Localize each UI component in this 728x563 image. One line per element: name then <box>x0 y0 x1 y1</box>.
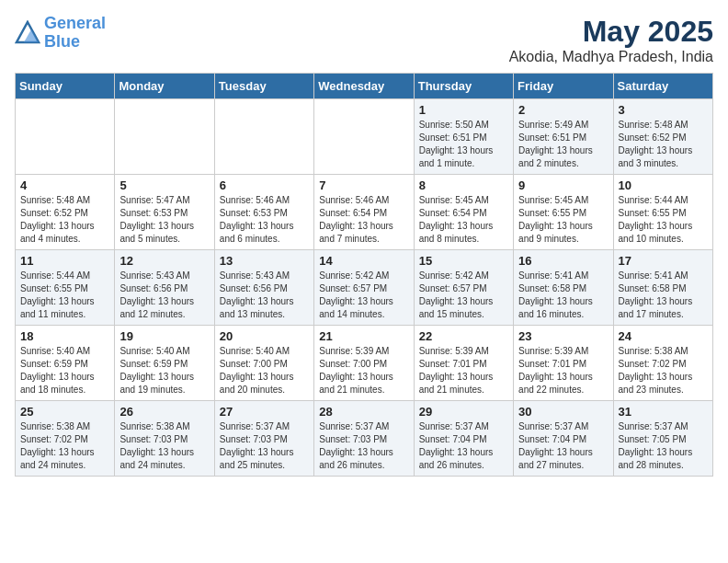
title-block: May 2025 Akodia, Madhya Pradesh, India <box>509 15 713 65</box>
calendar-week-row: 18Sunrise: 5:40 AM Sunset: 6:59 PM Dayli… <box>16 326 713 401</box>
weekday-header: Thursday <box>414 74 513 99</box>
calendar-week-row: 4Sunrise: 5:48 AM Sunset: 6:52 PM Daylig… <box>16 175 713 250</box>
calendar-table: SundayMondayTuesdayWednesdayThursdayFrid… <box>15 73 713 477</box>
day-info: Sunrise: 5:40 AM Sunset: 6:59 PM Dayligh… <box>119 345 209 396</box>
day-number: 1 <box>419 103 508 117</box>
day-info: Sunrise: 5:44 AM Sunset: 6:55 PM Dayligh… <box>619 194 708 246</box>
day-info: Sunrise: 5:38 AM Sunset: 7:02 PM Dayligh… <box>20 420 109 472</box>
day-number: 6 <box>220 178 309 192</box>
calendar-cell: 7Sunrise: 5:46 AM Sunset: 6:54 PM Daylig… <box>314 175 414 250</box>
day-info: Sunrise: 5:38 AM Sunset: 7:03 PM Dayligh… <box>119 420 209 472</box>
day-info: Sunrise: 5:37 AM Sunset: 7:03 PM Dayligh… <box>220 420 309 472</box>
calendar-cell: 22Sunrise: 5:39 AM Sunset: 7:01 PM Dayli… <box>414 326 513 401</box>
calendar-cell: 6Sunrise: 5:46 AM Sunset: 6:53 PM Daylig… <box>214 175 313 250</box>
day-number: 20 <box>220 329 309 343</box>
day-info: Sunrise: 5:37 AM Sunset: 7:05 PM Dayligh… <box>619 420 708 472</box>
day-number: 12 <box>119 254 209 268</box>
day-info: Sunrise: 5:44 AM Sunset: 6:55 PM Dayligh… <box>20 270 109 321</box>
day-number: 3 <box>619 103 708 117</box>
calendar-cell: 15Sunrise: 5:42 AM Sunset: 6:57 PM Dayli… <box>414 250 513 326</box>
calendar-week-row: 1Sunrise: 5:50 AM Sunset: 6:51 PM Daylig… <box>16 99 713 175</box>
day-number: 7 <box>319 178 408 192</box>
day-number: 30 <box>518 405 608 419</box>
day-info: Sunrise: 5:47 AM Sunset: 6:53 PM Dayligh… <box>119 194 209 246</box>
calendar-week-row: 25Sunrise: 5:38 AM Sunset: 7:02 PM Dayli… <box>16 401 713 477</box>
logo: General Blue <box>15 15 106 52</box>
day-info: Sunrise: 5:39 AM Sunset: 7:00 PM Dayligh… <box>319 345 408 396</box>
day-info: Sunrise: 5:41 AM Sunset: 6:58 PM Dayligh… <box>518 270 608 321</box>
day-info: Sunrise: 5:40 AM Sunset: 7:00 PM Dayligh… <box>220 345 309 396</box>
calendar-subtitle: Akodia, Madhya Pradesh, India <box>509 49 713 65</box>
weekday-header: Tuesday <box>214 74 313 99</box>
day-info: Sunrise: 5:43 AM Sunset: 6:56 PM Dayligh… <box>220 270 309 321</box>
day-number: 16 <box>518 254 608 268</box>
calendar-cell: 9Sunrise: 5:45 AM Sunset: 6:55 PM Daylig… <box>514 175 613 250</box>
calendar-week-row: 11Sunrise: 5:44 AM Sunset: 6:55 PM Dayli… <box>16 250 713 326</box>
day-number: 28 <box>319 405 408 419</box>
calendar-cell: 4Sunrise: 5:48 AM Sunset: 6:52 PM Daylig… <box>16 175 115 250</box>
calendar-cell: 10Sunrise: 5:44 AM Sunset: 6:55 PM Dayli… <box>613 175 712 250</box>
day-info: Sunrise: 5:42 AM Sunset: 6:57 PM Dayligh… <box>319 270 408 321</box>
calendar-title: May 2025 <box>509 15 713 49</box>
calendar-cell: 26Sunrise: 5:38 AM Sunset: 7:03 PM Dayli… <box>115 401 214 477</box>
day-info: Sunrise: 5:46 AM Sunset: 6:53 PM Dayligh… <box>220 194 309 246</box>
calendar-cell: 3Sunrise: 5:48 AM Sunset: 6:52 PM Daylig… <box>613 99 712 175</box>
calendar-cell: 31Sunrise: 5:37 AM Sunset: 7:05 PM Dayli… <box>613 401 712 477</box>
day-number: 17 <box>619 254 708 268</box>
day-info: Sunrise: 5:40 AM Sunset: 6:59 PM Dayligh… <box>20 345 109 396</box>
calendar-cell: 29Sunrise: 5:37 AM Sunset: 7:04 PM Dayli… <box>414 401 513 477</box>
calendar-cell: 17Sunrise: 5:41 AM Sunset: 6:58 PM Dayli… <box>613 250 712 326</box>
day-number: 26 <box>119 405 209 419</box>
day-number: 31 <box>619 405 708 419</box>
calendar-cell: 5Sunrise: 5:47 AM Sunset: 6:53 PM Daylig… <box>115 175 214 250</box>
day-number: 5 <box>119 178 209 192</box>
day-number: 24 <box>619 329 708 343</box>
day-number: 23 <box>518 329 608 343</box>
calendar-cell: 21Sunrise: 5:39 AM Sunset: 7:00 PM Dayli… <box>314 326 414 401</box>
calendar-cell: 19Sunrise: 5:40 AM Sunset: 6:59 PM Dayli… <box>115 326 214 401</box>
day-number: 14 <box>319 254 408 268</box>
calendar-cell: 14Sunrise: 5:42 AM Sunset: 6:57 PM Dayli… <box>314 250 414 326</box>
calendar-cell: 30Sunrise: 5:37 AM Sunset: 7:04 PM Dayli… <box>514 401 613 477</box>
day-info: Sunrise: 5:48 AM Sunset: 6:52 PM Dayligh… <box>20 194 109 246</box>
calendar-cell: 12Sunrise: 5:43 AM Sunset: 6:56 PM Dayli… <box>115 250 214 326</box>
day-number: 25 <box>20 405 109 419</box>
logo-icon <box>15 20 40 46</box>
calendar-cell: 1Sunrise: 5:50 AM Sunset: 6:51 PM Daylig… <box>414 99 513 175</box>
calendar-cell: 2Sunrise: 5:49 AM Sunset: 6:51 PM Daylig… <box>514 99 613 175</box>
day-number: 29 <box>419 405 508 419</box>
day-info: Sunrise: 5:39 AM Sunset: 7:01 PM Dayligh… <box>518 345 608 396</box>
day-info: Sunrise: 5:38 AM Sunset: 7:02 PM Dayligh… <box>619 345 708 396</box>
day-number: 19 <box>119 329 209 343</box>
calendar-cell <box>16 99 115 175</box>
calendar-cell: 25Sunrise: 5:38 AM Sunset: 7:02 PM Dayli… <box>16 401 115 477</box>
day-info: Sunrise: 5:46 AM Sunset: 6:54 PM Dayligh… <box>319 194 408 246</box>
day-info: Sunrise: 5:49 AM Sunset: 6:51 PM Dayligh… <box>518 119 608 170</box>
day-number: 9 <box>518 178 608 192</box>
day-info: Sunrise: 5:39 AM Sunset: 7:01 PM Dayligh… <box>419 345 508 396</box>
calendar-cell: 23Sunrise: 5:39 AM Sunset: 7:01 PM Dayli… <box>514 326 613 401</box>
day-number: 22 <box>419 329 508 343</box>
weekday-header: Sunday <box>16 74 115 99</box>
calendar-cell <box>214 99 313 175</box>
day-number: 2 <box>518 103 608 117</box>
day-info: Sunrise: 5:41 AM Sunset: 6:58 PM Dayligh… <box>619 270 708 321</box>
day-info: Sunrise: 5:45 AM Sunset: 6:54 PM Dayligh… <box>419 194 508 246</box>
header: General Blue May 2025 Akodia, Madhya Pra… <box>15 15 713 65</box>
day-info: Sunrise: 5:45 AM Sunset: 6:55 PM Dayligh… <box>518 194 608 246</box>
calendar-cell <box>115 99 214 175</box>
calendar-cell: 8Sunrise: 5:45 AM Sunset: 6:54 PM Daylig… <box>414 175 513 250</box>
logo-text: General Blue <box>44 15 106 52</box>
calendar-cell: 20Sunrise: 5:40 AM Sunset: 7:00 PM Dayli… <box>214 326 313 401</box>
weekday-header: Monday <box>115 74 214 99</box>
weekday-header: Wednesday <box>314 74 414 99</box>
day-number: 4 <box>20 178 109 192</box>
day-number: 15 <box>419 254 508 268</box>
day-number: 21 <box>319 329 408 343</box>
day-number: 11 <box>20 254 109 268</box>
day-info: Sunrise: 5:42 AM Sunset: 6:57 PM Dayligh… <box>419 270 508 321</box>
day-info: Sunrise: 5:37 AM Sunset: 7:04 PM Dayligh… <box>419 420 508 472</box>
day-number: 27 <box>220 405 309 419</box>
day-info: Sunrise: 5:37 AM Sunset: 7:03 PM Dayligh… <box>319 420 408 472</box>
calendar-cell: 16Sunrise: 5:41 AM Sunset: 6:58 PM Dayli… <box>514 250 613 326</box>
